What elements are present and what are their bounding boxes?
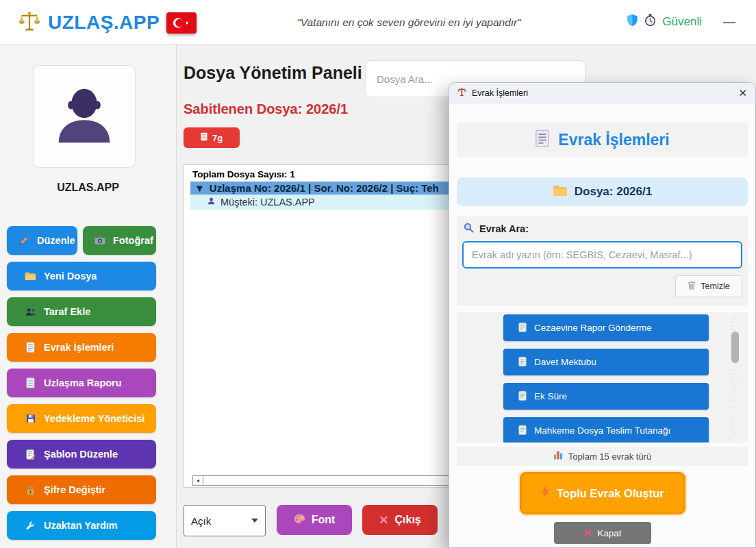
dialog-close-button[interactable]: ✕ [738, 88, 747, 98]
dialog-titlebar[interactable]: Evrak İşlemleri ✕ [449, 83, 755, 103]
new-file-button[interactable]: Yeni Dosya [7, 262, 156, 290]
page-title: Dosya Yönetim Paneli [184, 63, 362, 83]
edit-button[interactable]: Düzenle [7, 226, 77, 255]
close-icon: ✕ [379, 513, 388, 527]
doc-type-label: Davet Mektubu [534, 357, 596, 367]
secure-status: Güvenli [662, 15, 702, 29]
dialog-header: Evrak İşlemleri [457, 123, 748, 157]
stopwatch-icon [644, 14, 656, 29]
photo-button[interactable]: Fotoğraf [83, 226, 156, 255]
shield-icon [627, 14, 638, 29]
photo-button-label: Fotoğraf [113, 235, 153, 246]
clear-button-label: Temizle [701, 282, 729, 291]
remote-help-button[interactable]: Uzaktan Yardım [7, 511, 156, 540]
report-button-label: Uzlaşma Raporu [44, 377, 122, 388]
app-window-icon [457, 87, 466, 99]
trash-icon [688, 281, 696, 292]
exit-button-label: Çıkış [395, 514, 421, 526]
edit-button-label: Düzenle [37, 235, 75, 246]
sidebar: UZLAS.APP Düzenle Fotoğraf Yeni Dosya Ta… [0, 45, 177, 548]
kapat-button[interactable]: ✕ Kapat [554, 522, 651, 544]
document-icon [201, 132, 207, 143]
font-button-label: Font [312, 514, 336, 526]
wrench-icon [25, 521, 36, 531]
add-party-button[interactable]: Taraf Ekle [7, 297, 156, 326]
report-icon [25, 377, 36, 388]
dialog-title: Evrak İşlemleri [472, 88, 528, 98]
minimize-button[interactable]: — [723, 17, 735, 27]
doc-type-button[interactable]: Ek Süre [503, 383, 709, 410]
file-bar: Dosya: 2026/1 [457, 177, 748, 206]
magnifier-icon [464, 223, 474, 235]
doc-type-label: Cezaevine Rapor Gönderme [534, 323, 652, 333]
person-icon [49, 81, 120, 152]
password-button-label: Şifre Değiştir [44, 484, 105, 495]
expander-icon[interactable]: ▼ [194, 182, 205, 194]
floppy-icon [25, 414, 36, 423]
camera-icon [94, 236, 105, 245]
days-badge-label: 7g [212, 133, 223, 143]
doc-type-button[interactable]: Cezaevine Rapor Gönderme [503, 314, 709, 341]
template-button-label: Şablon Düzenle [44, 449, 118, 460]
document-search-label: Evrak Ara: [479, 223, 529, 234]
days-badge[interactable]: 7g [184, 127, 240, 148]
scroll-left-button[interactable]: ◂ [193, 476, 203, 485]
folder-icon [25, 271, 36, 281]
doc-type-label: Ek Süre [534, 391, 567, 401]
palette-icon [294, 514, 305, 527]
font-button[interactable]: Font [277, 505, 352, 535]
backup-button-label: Yedekleme Yöneticisi [44, 413, 144, 424]
backup-button[interactable]: Yedekleme Yöneticisi [7, 404, 156, 433]
dialog-header-label: Evrak İşlemleri [558, 131, 669, 149]
folder-icon [553, 184, 568, 199]
kapat-button-label: Kapat [597, 528, 621, 538]
documents-button[interactable]: Evrak İşlemleri [7, 333, 156, 362]
clear-button[interactable]: Temizle [675, 275, 742, 297]
close-icon: ✕ [583, 527, 592, 539]
new-file-button-label: Yeni Dosya [44, 271, 97, 282]
doc-type-button[interactable]: Mahkeme Dosya Teslim Tutanağı [503, 417, 709, 443]
person-icon [207, 197, 216, 208]
pinned-file-label: Sabitlenen Dosya: 2026/1 [184, 101, 348, 117]
bar-chart-icon [553, 451, 563, 462]
evrak-islemleri-dialog: Evrak İşlemleri ✕ Evrak İşlemleri Dosya:… [449, 82, 756, 548]
chevron-down-icon [251, 519, 258, 523]
scales-icon [18, 10, 41, 36]
tree-row-party-label: Müşteki: UZLAS.APP [220, 197, 315, 208]
clipboard-icon [518, 356, 527, 369]
app-header: UZLAŞ.APP "Vatanını en çok seven görevin… [0, 0, 756, 45]
people-icon [25, 308, 36, 316]
template-button[interactable]: Şablon Düzenle [7, 440, 156, 469]
document-search-input[interactable] [462, 241, 742, 269]
add-party-button-label: Taraf Ekle [44, 306, 90, 317]
memo-icon [25, 449, 36, 460]
theme-select[interactable]: Açık [184, 505, 266, 536]
document-icon [25, 342, 36, 353]
clipboard-icon [518, 425, 527, 437]
avatar [33, 65, 136, 168]
document-type-list: Cezaevine Rapor Gönderme Davet Mektubu E… [457, 312, 748, 443]
scrollbar-thumb[interactable] [731, 332, 739, 363]
lock-icon [25, 485, 36, 495]
vertical-scrollbar[interactable] [731, 314, 740, 441]
tree-row-case-label: Uzlaşma No: 2026/1 | Sor. No: 2026/2 | S… [210, 182, 439, 194]
exit-button[interactable]: ✕ Çıkış [362, 505, 438, 535]
lightning-icon [540, 486, 550, 501]
profile-name: UZLAS.APP [0, 182, 176, 194]
status-bar: Toplam 15 evrak türü [457, 447, 748, 466]
bulk-create-button-label: Toplu Evrak Oluştur [557, 487, 664, 500]
theme-select-value: Açık [191, 515, 211, 527]
bulk-create-button[interactable]: Toplu Evrak Oluştur [520, 472, 685, 514]
clipboard-icon [518, 322, 527, 334]
clipboard-icon [518, 390, 527, 403]
documents-button-label: Evrak İşlemleri [44, 342, 114, 353]
doc-type-button[interactable]: Davet Mektubu [503, 349, 709, 375]
remote-help-button-label: Uzaktan Yardım [44, 520, 118, 531]
document-search-section: Evrak Ara: Temizle [457, 216, 748, 306]
document-icon [535, 129, 550, 150]
pencil-icon [18, 236, 29, 246]
password-button[interactable]: Şifre Değiştir [7, 475, 156, 504]
report-button[interactable]: Uzlaşma Raporu [7, 369, 156, 397]
file-bar-label: Dosya: 2026/1 [575, 185, 652, 199]
status-bar-label: Toplam 15 evrak türü [568, 451, 651, 462]
